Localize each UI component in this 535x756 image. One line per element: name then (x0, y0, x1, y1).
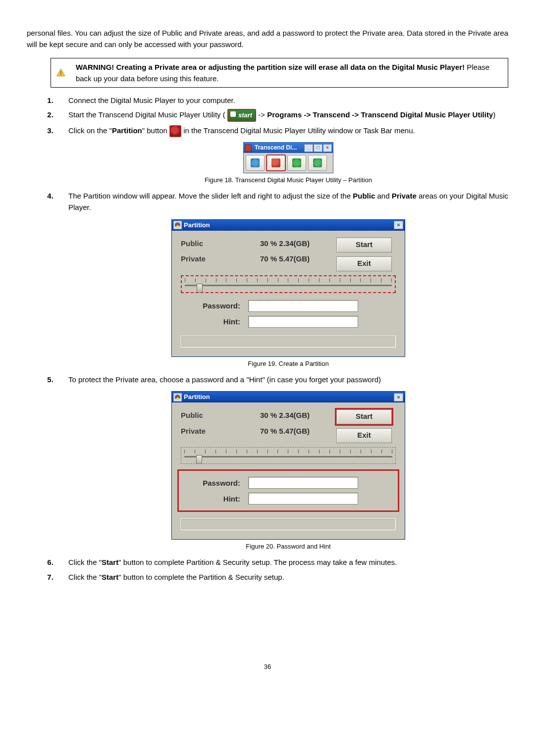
fig19-hint-input[interactable] (248, 316, 358, 328)
partition-icon (169, 125, 181, 137)
fig19-close-button[interactable]: × (394, 221, 403, 229)
fig19-status-bar (181, 336, 396, 348)
fig19-partition-slider[interactable] (181, 275, 396, 293)
steps-list: Connect the Digital Music Player to your… (27, 95, 508, 583)
fig18-utility-window: Transcend Di... _ □ × (243, 142, 333, 173)
fig18-app-icon (245, 145, 252, 151)
warning-box: WARNING! Creating a Private area or adju… (51, 58, 508, 88)
fig19-titlebar: Partition × (172, 220, 405, 231)
step-1: Connect the Digital Music Player to your… (55, 95, 508, 106)
util-btn-3[interactable] (287, 155, 306, 171)
windows-start-button: start (227, 109, 256, 122)
step-2: Start the Transcend Digital Music Player… (55, 109, 508, 122)
page-number: 36 (27, 662, 508, 672)
warning-icon (56, 67, 66, 78)
close-button[interactable]: × (323, 144, 332, 152)
fig19-partition-window: Partition × Start Exit Public30 % 2.34(G… (171, 219, 405, 357)
intro-text: personal files. You can adjust the size … (27, 27, 508, 50)
maximize-button[interactable]: □ (314, 144, 322, 152)
public-value: 30 % 2.34(GB) (225, 238, 310, 249)
util-btn-4[interactable] (308, 155, 327, 171)
fig20-password-group: Password: Hint: (179, 471, 398, 510)
fig19-exit-button[interactable]: Exit (336, 256, 392, 271)
svg-rect-0 (60, 71, 61, 73)
fig18-caption: Figure 18. Transcend Digital Music Playe… (68, 175, 508, 185)
partition-window-icon (173, 393, 182, 402)
fig19-password-input[interactable] (248, 300, 358, 312)
util-btn-partition[interactable] (267, 155, 285, 171)
step-6: Click the "Start" button to complete Par… (55, 556, 508, 568)
partition-window-icon (173, 221, 182, 229)
fig20-start-button[interactable]: Start (336, 409, 392, 424)
fig20-password-input[interactable] (248, 477, 358, 489)
fig20-exit-button[interactable]: Exit (336, 428, 392, 443)
fig20-hint-input[interactable] (248, 493, 358, 504)
step-4: The Partition window will appear. Move t… (55, 190, 508, 369)
fig20-partition-slider[interactable] (181, 447, 396, 464)
fig20-caption: Figure 20. Password and Hint (68, 542, 508, 552)
fig20-partition-window: Partition × Start Exit Public30 % 2.34(G… (171, 391, 405, 540)
warning-text: WARNING! Creating a Private area or adju… (76, 61, 503, 85)
private-value: 70 % 5.47(GB) (225, 253, 310, 264)
password-label: Password: (181, 300, 248, 311)
fig18-title: Transcend Di... (253, 143, 304, 152)
fig19-start-button[interactable]: Start (336, 238, 392, 252)
private-label: Private (181, 253, 225, 264)
minimize-button[interactable]: _ (304, 144, 313, 152)
fig19-caption: Figure 19. Create a Partition (68, 359, 508, 369)
step-5: To protect the Private area, choose a pa… (55, 374, 508, 552)
svg-rect-1 (60, 74, 61, 75)
fig18-titlebar: Transcend Di... _ □ × (244, 143, 333, 153)
public-label: Public (181, 238, 225, 249)
util-btn-1[interactable] (246, 155, 265, 171)
hint-label: Hint: (181, 316, 248, 327)
step-7: Click the "Start" button to complete the… (55, 571, 508, 583)
fig20-close-button[interactable]: × (394, 393, 403, 402)
step-3: Click on the "Partition" button in the T… (55, 125, 508, 185)
fig20-status-bar (181, 518, 396, 530)
fig20-titlebar: Partition × (172, 392, 405, 403)
